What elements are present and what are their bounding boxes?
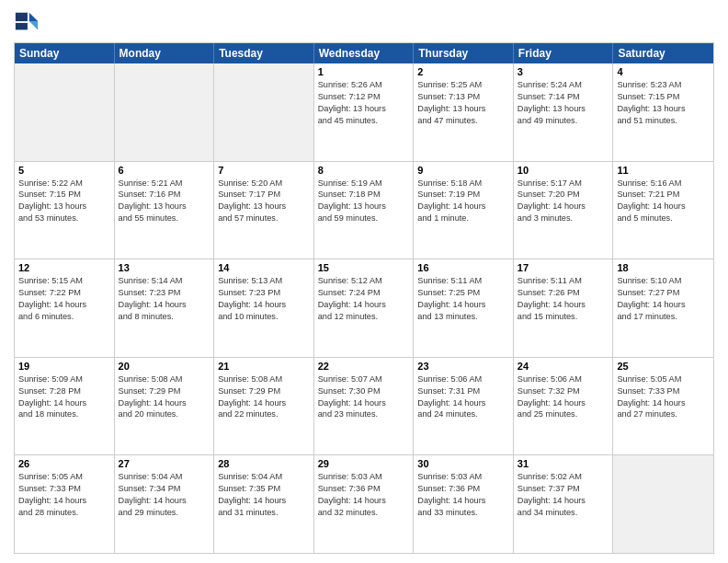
cell-line: Sunset: 7:13 PM (417, 91, 509, 103)
cell-line: Daylight: 14 hours (518, 495, 609, 507)
day-number: 7 (218, 165, 310, 176)
cell-line: and 10 minutes. (218, 311, 310, 323)
cell-line: and 12 minutes. (318, 311, 410, 323)
cell-line: Sunrise: 5:19 AM (318, 178, 410, 190)
day-number: 19 (18, 361, 110, 372)
day-cell-5: 5Sunrise: 5:22 AMSunset: 7:15 PMDaylight… (15, 162, 115, 259)
cell-line: Sunrise: 5:10 AM (617, 275, 710, 287)
cell-line: Daylight: 14 hours (318, 495, 410, 507)
day-number: 26 (18, 458, 110, 469)
cell-line: Sunset: 7:15 PM (18, 189, 110, 201)
empty-cell-0-1 (115, 63, 215, 161)
header-cell-saturday: Saturday (613, 43, 713, 63)
cell-line: Sunrise: 5:23 AM (617, 79, 710, 91)
day-number: 6 (119, 165, 210, 176)
header-cell-thursday: Thursday (414, 43, 514, 63)
day-cell-4: 4Sunrise: 5:23 AMSunset: 7:15 PMDaylight… (613, 63, 713, 161)
cell-line: Daylight: 14 hours (18, 299, 110, 311)
cell-line: Sunset: 7:18 PM (318, 189, 410, 201)
calendar-header: SundayMondayTuesdayWednesdayThursdayFrid… (15, 43, 713, 63)
day-number: 10 (518, 165, 609, 176)
cell-line: Daylight: 14 hours (417, 299, 509, 311)
cell-line: Sunset: 7:27 PM (617, 287, 710, 299)
day-number: 1 (318, 66, 410, 77)
day-number: 8 (318, 165, 410, 176)
day-number: 14 (218, 262, 310, 273)
cell-line: and 29 minutes. (119, 507, 210, 519)
cell-line: and 5 minutes. (617, 213, 710, 224)
cell-line: Daylight: 13 hours (218, 201, 310, 213)
day-cell-22: 22Sunrise: 5:07 AMSunset: 7:30 PMDayligh… (314, 358, 415, 455)
cell-line: Sunset: 7:16 PM (119, 189, 210, 201)
cell-line: Sunrise: 5:25 AM (417, 79, 509, 91)
calendar-row-3: 19Sunrise: 5:09 AMSunset: 7:28 PMDayligh… (15, 357, 713, 455)
cell-line: Sunset: 7:36 PM (417, 483, 509, 495)
cell-line: Sunrise: 5:03 AM (417, 471, 509, 483)
cell-line: Sunset: 7:31 PM (417, 385, 509, 397)
cell-line: Sunrise: 5:08 AM (119, 373, 210, 385)
cell-line: Sunrise: 5:24 AM (518, 79, 609, 91)
day-cell-21: 21Sunrise: 5:08 AMSunset: 7:29 PMDayligh… (214, 358, 314, 455)
cell-line: Sunrise: 5:17 AM (518, 178, 609, 190)
cell-line: Daylight: 14 hours (218, 299, 310, 311)
cell-line: Sunrise: 5:26 AM (318, 79, 410, 91)
cell-line: and 53 minutes. (18, 213, 110, 224)
header-cell-sunday: Sunday (15, 43, 115, 63)
cell-line: and 51 minutes. (617, 115, 710, 127)
cell-line: Daylight: 14 hours (119, 495, 210, 507)
cell-line: Sunrise: 5:04 AM (119, 471, 210, 483)
day-number: 29 (318, 458, 410, 469)
day-number: 17 (518, 262, 609, 273)
calendar-row-1: 5Sunrise: 5:22 AMSunset: 7:15 PMDaylight… (15, 161, 713, 259)
day-number: 13 (119, 262, 210, 273)
cell-line: Daylight: 14 hours (417, 495, 509, 507)
day-cell-18: 18Sunrise: 5:10 AMSunset: 7:27 PMDayligh… (613, 259, 713, 357)
day-cell-17: 17Sunrise: 5:11 AMSunset: 7:26 PMDayligh… (514, 259, 614, 357)
day-cell-24: 24Sunrise: 5:06 AMSunset: 7:32 PMDayligh… (514, 358, 614, 455)
cell-line: and 57 minutes. (218, 213, 310, 224)
cell-line: Sunrise: 5:04 AM (218, 471, 310, 483)
cell-line: Daylight: 14 hours (417, 397, 509, 409)
day-number: 18 (617, 262, 710, 273)
day-cell-12: 12Sunrise: 5:15 AMSunset: 7:22 PMDayligh… (15, 259, 115, 357)
calendar-row-2: 12Sunrise: 5:15 AMSunset: 7:22 PMDayligh… (15, 259, 713, 357)
cell-line: Sunset: 7:30 PM (318, 385, 410, 397)
cell-line: Sunrise: 5:05 AM (617, 373, 710, 385)
calendar-body: 1Sunrise: 5:26 AMSunset: 7:12 PMDaylight… (15, 63, 713, 553)
cell-line: Sunset: 7:22 PM (18, 287, 110, 299)
cell-line: and 55 minutes. (119, 213, 210, 224)
calendar-row-0: 1Sunrise: 5:26 AMSunset: 7:12 PMDaylight… (15, 63, 713, 161)
cell-line: Sunrise: 5:12 AM (318, 275, 410, 287)
empty-cell-0-2 (214, 63, 314, 161)
cell-line: and 1 minute. (417, 213, 509, 224)
day-number: 28 (218, 458, 310, 469)
cell-line: Daylight: 14 hours (18, 495, 110, 507)
day-number: 9 (417, 165, 509, 176)
cell-line: Sunset: 7:17 PM (218, 189, 310, 201)
cell-line: Daylight: 13 hours (119, 201, 210, 213)
cell-line: Sunrise: 5:05 AM (18, 471, 110, 483)
day-number: 30 (417, 458, 509, 469)
cell-line: Daylight: 14 hours (218, 495, 310, 507)
cell-line: and 18 minutes. (18, 408, 110, 420)
cell-line: and 6 minutes. (18, 311, 110, 323)
empty-cell-0-0 (15, 63, 115, 161)
cell-line: Daylight: 13 hours (18, 201, 110, 213)
svg-rect-3 (16, 13, 28, 21)
svg-rect-4 (16, 23, 28, 29)
cell-line: and 25 minutes. (518, 408, 609, 420)
day-number: 2 (417, 66, 509, 77)
cell-line: Sunset: 7:36 PM (318, 483, 410, 495)
cell-line: and 27 minutes. (617, 408, 710, 420)
header-cell-wednesday: Wednesday (314, 43, 415, 63)
day-number: 27 (119, 458, 210, 469)
day-number: 16 (417, 262, 509, 273)
header-cell-tuesday: Tuesday (214, 43, 314, 63)
cell-line: and 20 minutes. (119, 408, 210, 420)
day-cell-13: 13Sunrise: 5:14 AMSunset: 7:23 PMDayligh… (115, 259, 215, 357)
day-number: 22 (318, 361, 410, 372)
cell-line: Sunrise: 5:03 AM (318, 471, 410, 483)
cell-line: and 34 minutes. (518, 507, 609, 519)
day-number: 12 (18, 262, 110, 273)
cell-line: Sunrise: 5:18 AM (417, 178, 509, 190)
